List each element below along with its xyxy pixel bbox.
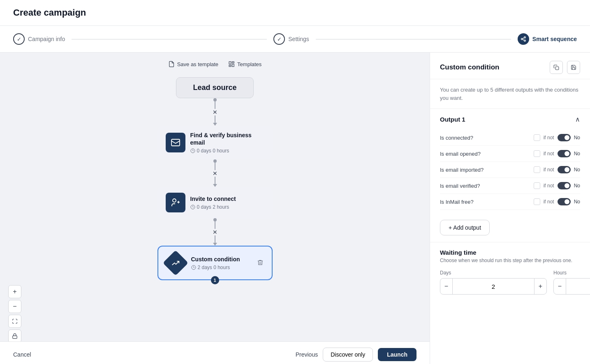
templates-button[interactable]: Templates (228, 61, 261, 67)
days-label: Days (440, 270, 547, 276)
condition-checkbox-1[interactable] (534, 150, 540, 157)
flow-node-custom-condition: Custom condition 2 days 0 hours 1 (157, 246, 273, 280)
condition-value-4: No (574, 199, 580, 205)
connector-dot-3 (213, 218, 217, 221)
days-decrement-button[interactable]: − (440, 279, 453, 294)
lead-source-node[interactable]: Lead source (176, 77, 253, 98)
step-icon-settings: ✓ (273, 33, 285, 45)
svg-rect-4 (232, 62, 234, 63)
condition-toggle-0[interactable] (558, 134, 571, 141)
find-verify-icon (166, 133, 185, 152)
invite-connect-time: 0 days 2 hours (190, 204, 264, 210)
discover-only-button[interactable]: Discover only (323, 348, 373, 362)
output-header: Output 1 ∧ (440, 115, 580, 123)
flow-canvas: Lead source ✕ Find & verify business (0, 53, 430, 364)
add-step-1[interactable]: ✕ (213, 109, 217, 115)
delete-node-button[interactable] (255, 258, 265, 269)
waiting-title: Waiting time (440, 249, 580, 256)
right-panel: Custom condition You can create up to 5 … (430, 53, 590, 364)
connector-line-1 (215, 101, 215, 109)
hours-input[interactable] (566, 280, 590, 293)
condition-label-4: Is InMail free? (440, 199, 474, 205)
hours-decrement-button[interactable]: − (554, 279, 566, 294)
diamond-icon (162, 250, 188, 276)
condition-toggle-2[interactable] (558, 166, 571, 173)
hours-input-row: − + (553, 278, 590, 295)
condition-checkbox-2[interactable] (534, 166, 540, 173)
condition-right-4: if not No (534, 198, 580, 205)
if-not-label-2: if not (544, 167, 554, 173)
condition-checkbox-4[interactable] (534, 198, 540, 205)
top-bar: Create campaign (0, 0, 590, 26)
condition-value-1: No (574, 151, 580, 157)
add-step-2[interactable]: ✕ (213, 170, 217, 177)
svg-rect-15 (555, 67, 559, 70)
hours-input-group: Hours − + (553, 270, 590, 295)
condition-toggle-4[interactable] (558, 198, 571, 205)
svg-point-0 (524, 37, 526, 38)
panel-description: You can create up to 5 different outputs… (430, 79, 590, 109)
days-input[interactable] (453, 280, 534, 293)
svg-rect-5 (232, 64, 234, 67)
svg-rect-3 (229, 62, 231, 64)
fit-button[interactable] (8, 315, 21, 328)
connector-dot-1 (213, 98, 217, 101)
zoom-out-button[interactable]: − (8, 300, 21, 313)
svg-rect-7 (171, 139, 180, 146)
step-line-1 (72, 39, 267, 39)
previous-button[interactable]: Previous (296, 351, 318, 358)
stepper: ✓ Campaign info ✓ Settings Smart sequenc… (0, 26, 590, 53)
condition-checkbox-0[interactable] (534, 134, 540, 141)
days-input-group: Days − + (440, 270, 547, 295)
waiting-inputs: Days − + Hours − + (440, 270, 580, 295)
condition-row-4: Is InMail free? if not No (440, 194, 580, 210)
bottom-right-actions: Previous Discover only Launch (296, 348, 416, 362)
panel-actions (550, 61, 580, 74)
days-input-row: − + (440, 278, 547, 295)
cancel-button[interactable]: Cancel (13, 351, 31, 358)
connector-2: ✕ (213, 159, 217, 187)
condition-row-2: Is email imported? if not No (440, 162, 580, 178)
launch-button[interactable]: Launch (378, 348, 416, 361)
step-icon-campaign-info: ✓ (13, 33, 25, 45)
flow-node-find-verify: Find & verify business email 0 days 0 ho… (157, 126, 273, 159)
if-not-label-4: if not (544, 199, 554, 205)
waiting-desc: Choose when we should run this step afte… (440, 258, 580, 263)
panel-header: Custom condition (430, 53, 590, 79)
condition-row-0: Is connected? if not No (440, 130, 580, 146)
condition-checkbox-3[interactable] (534, 182, 540, 189)
condition-right-1: if not No (534, 150, 580, 157)
condition-toggle-3[interactable] (558, 182, 571, 189)
collapse-output-button[interactable]: ∧ (575, 115, 580, 123)
find-verify-node[interactable]: Find & verify business email 0 days 0 ho… (157, 126, 273, 159)
if-not-label-3: if not (544, 183, 554, 189)
canvas: Save as template Templates Lead source ✕ (0, 53, 430, 364)
page-title: Create campaign (13, 7, 577, 18)
step-campaign-info[interactable]: ✓ Campaign info (13, 33, 65, 45)
add-output-button[interactable]: + Add output (440, 220, 490, 235)
invite-connect-info: Invite to connect 0 days 2 hours (190, 195, 264, 210)
custom-condition-node[interactable]: Custom condition 2 days 0 hours (157, 246, 273, 280)
days-increment-button[interactable]: + (534, 279, 546, 294)
flow-node-lead-source: Lead source (176, 77, 253, 98)
if-not-label-1: if not (544, 151, 554, 157)
condition-toggle-1[interactable] (558, 150, 571, 157)
save-panel-button[interactable] (567, 61, 580, 74)
add-step-3[interactable]: ✕ (213, 229, 217, 235)
connector-arrow-2 (213, 184, 217, 187)
zoom-in-button[interactable]: + (8, 285, 21, 298)
save-as-template-button[interactable]: Save as template (168, 61, 218, 67)
svg-point-2 (524, 40, 526, 41)
invite-connect-node[interactable]: Invite to connect 0 days 2 hours (157, 187, 273, 218)
step-settings[interactable]: ✓ Settings (273, 33, 309, 45)
connector-line-3b (215, 235, 215, 243)
condition-value-0: No (574, 135, 580, 141)
copy-panel-button[interactable] (550, 61, 563, 74)
connector-3: ✕ (213, 218, 217, 246)
connector-arrow-3 (213, 243, 217, 246)
canvas-controls: + − (8, 285, 21, 343)
step-icon-smart-sequence (518, 33, 529, 45)
connector-line-2 (215, 163, 215, 170)
step-smart-sequence[interactable]: Smart sequence (518, 33, 577, 45)
lock-button[interactable] (8, 329, 21, 343)
